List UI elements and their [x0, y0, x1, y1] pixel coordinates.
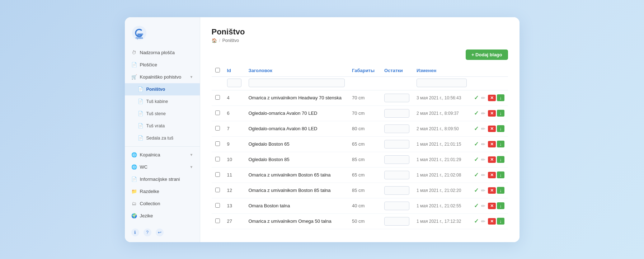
row-check[interactable]: [212, 121, 224, 136]
stock-input[interactable]: [384, 217, 409, 226]
delete-button[interactable]: ✕: [488, 156, 496, 163]
row-check[interactable]: [212, 198, 224, 213]
stock-input[interactable]: [384, 186, 409, 195]
action-green-button[interactable]: ↓: [497, 141, 504, 147]
sidebar-item-jezike[interactable]: 🌍 Jezike: [125, 210, 200, 222]
delete-button[interactable]: ✕: [488, 218, 496, 225]
filter-title-input[interactable]: [249, 79, 345, 87]
sidebar-item-wc[interactable]: 🌐 WC ▼: [125, 161, 200, 173]
action-green-button[interactable]: ↓: [497, 218, 504, 225]
sidebar-item-informacijske-strani[interactable]: 📄 Informacijske strani: [125, 173, 200, 185]
row-check[interactable]: [212, 183, 224, 198]
stock-input[interactable]: [384, 155, 409, 164]
help-icon-button[interactable]: ?: [144, 229, 151, 236]
row-stock[interactable]: [381, 136, 413, 152]
row-check[interactable]: [212, 136, 224, 152]
delete-button[interactable]: ✕: [488, 95, 496, 101]
row-checkbox[interactable]: [215, 141, 220, 146]
row-checkbox[interactable]: [215, 126, 220, 131]
row-check[interactable]: [212, 105, 224, 121]
stock-input[interactable]: [384, 109, 409, 118]
row-stock[interactable]: [381, 152, 413, 167]
logout-icon-button[interactable]: ↩: [156, 229, 164, 236]
row-check[interactable]: [212, 90, 224, 105]
table-row: 27 Omarica z umivalnikom Omega 50 talna …: [212, 213, 508, 229]
delete-button[interactable]: ✕: [488, 203, 496, 209]
th-changed[interactable]: Изменен: [413, 65, 470, 77]
action-green-button[interactable]: ↓: [497, 110, 504, 117]
row-stock[interactable]: [381, 213, 413, 229]
row-stock[interactable]: [381, 198, 413, 213]
row-checkbox[interactable]: [215, 95, 220, 100]
sidebar-item-label: Poništvo: [146, 87, 165, 92]
row-checkbox[interactable]: [215, 203, 220, 208]
row-checkbox[interactable]: [215, 110, 220, 115]
th-stock[interactable]: Остатки: [381, 65, 413, 77]
delete-button[interactable]: ✕: [488, 110, 496, 117]
th-id[interactable]: Id: [224, 65, 245, 77]
row-checkbox[interactable]: [215, 172, 220, 177]
th-title[interactable]: Заголовок: [245, 65, 349, 77]
row-stock[interactable]: [381, 183, 413, 198]
filter-id-input[interactable]: [227, 79, 241, 87]
add-blago-button[interactable]: + Dodaj blago: [466, 50, 508, 60]
edit-button[interactable]: ✏: [480, 94, 487, 102]
filter-changed-input[interactable]: [417, 79, 467, 87]
row-checkbox[interactable]: [215, 188, 220, 192]
edit-button[interactable]: ✏: [480, 202, 487, 209]
delete-button[interactable]: ✕: [488, 126, 496, 132]
sidebar-item-collection[interactable]: 🗂 Collection: [125, 198, 200, 210]
edit-button[interactable]: ✏: [480, 218, 487, 225]
sidebar-item-kopalniško-pohistvo[interactable]: 🛒 Kopalniško pohistvo ▼: [125, 71, 200, 83]
file-icon: 📄: [138, 123, 144, 129]
info-icon-button[interactable]: ℹ: [131, 229, 139, 236]
row-check[interactable]: [212, 213, 224, 229]
sidebar-item-razdelke[interactable]: 📁 Razdelke: [125, 185, 200, 198]
row-stock[interactable]: [381, 121, 413, 136]
filter-changed[interactable]: [413, 76, 470, 90]
filter-title[interactable]: [245, 76, 349, 90]
delete-button[interactable]: ✕: [488, 187, 496, 194]
sidebar-item-sedala-za-tuš[interactable]: 📄 Sedala za tuš: [125, 132, 200, 144]
th-dimensions[interactable]: Габариты: [348, 65, 381, 77]
sidebar-item-tuš-vrata[interactable]: 📄 Tuš vrata: [125, 120, 200, 132]
stock-input[interactable]: [384, 140, 409, 149]
action-green-button[interactable]: ↓: [497, 187, 504, 194]
row-stock[interactable]: [381, 167, 413, 183]
sidebar-item-plosčice[interactable]: 📄 Ploščice: [125, 59, 200, 71]
edit-button[interactable]: ✏: [480, 141, 487, 148]
row-checkbox[interactable]: [215, 218, 220, 223]
row-check[interactable]: [212, 152, 224, 167]
row-check[interactable]: [212, 167, 224, 183]
action-green-button[interactable]: ↓: [497, 125, 504, 132]
select-all-checkbox[interactable]: [215, 68, 220, 72]
sidebar-item-dashboard[interactable]: ⏱ Nadzorna plošča: [125, 47, 200, 59]
row-stock[interactable]: [381, 105, 413, 121]
row-stock[interactable]: [381, 90, 413, 105]
row-id: 11: [224, 167, 245, 183]
logo-icon: права: [131, 25, 147, 41]
action-green-button[interactable]: ↓: [497, 94, 504, 101]
edit-button[interactable]: ✏: [480, 110, 487, 117]
stock-input[interactable]: [384, 94, 409, 102]
breadcrumb-home[interactable]: 🏠: [212, 38, 217, 43]
edit-button[interactable]: ✏: [480, 187, 487, 194]
edit-button[interactable]: ✏: [480, 156, 487, 163]
delete-button[interactable]: ✕: [488, 172, 496, 178]
stock-input[interactable]: [384, 202, 409, 210]
sidebar-item-kopalnica[interactable]: 🌐 Kopalnica ▼: [125, 149, 200, 161]
row-changed: 2 мая 2021 г., 8:09:37: [413, 105, 470, 121]
stock-input[interactable]: [384, 171, 409, 179]
delete-button[interactable]: ✕: [488, 141, 496, 147]
edit-button[interactable]: ✏: [480, 125, 487, 132]
action-green-button[interactable]: ↓: [497, 171, 504, 178]
action-green-button[interactable]: ↓: [497, 156, 504, 163]
sidebar-item-tuš-kabine[interactable]: 📄 Tuš kabine: [125, 95, 200, 108]
sidebar-item-poništvo[interactable]: 📄 Poništvo: [125, 83, 200, 95]
sidebar-item-tuš-stene[interactable]: 📄 Tuš stene: [125, 108, 200, 120]
edit-button[interactable]: ✏: [480, 171, 487, 179]
stock-input[interactable]: [384, 124, 409, 133]
row-checkbox[interactable]: [215, 157, 220, 161]
filter-id[interactable]: [224, 76, 245, 90]
action-green-button[interactable]: ↓: [497, 202, 504, 209]
